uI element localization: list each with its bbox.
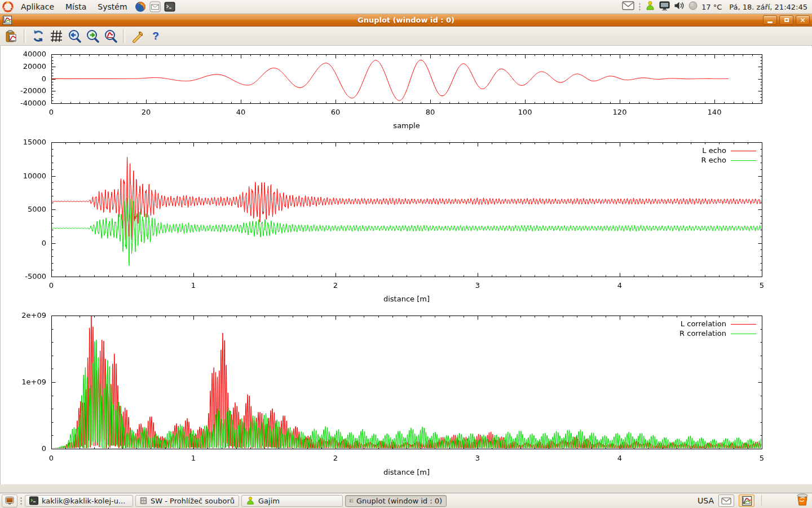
desktop: { "panel_top": { "logo_icon": "ubuntu-lo…	[0, 0, 812, 508]
top-panel: Aplikace Místa Systém	[0, 0, 812, 14]
terminal-launcher-icon[interactable]	[164, 1, 175, 12]
window-title: Gnuplot (window id : 0)	[0, 14, 812, 26]
bottom-taskbar: kaklik@kaklik-kolej-u... SW - Prohlížeč …	[0, 493, 812, 508]
mail-launcher-icon[interactable]	[149, 1, 161, 12]
task-label: Gnuplot (window id : 0)	[356, 497, 442, 505]
close-button[interactable]: ✕	[796, 15, 810, 25]
autoscale-icon	[104, 29, 117, 43]
refresh-icon	[32, 29, 45, 43]
tray-gnuplot-box[interactable]	[739, 494, 754, 507]
mail-tray-icon	[721, 497, 731, 505]
desktop-background	[0, 484, 812, 493]
gnuplot-tray-icon	[742, 496, 752, 506]
taskbar-tray: USA	[698, 493, 812, 508]
autoscale-button[interactable]	[103, 28, 118, 44]
toolbar-separator	[123, 29, 125, 43]
zoom-previous-button[interactable]	[67, 28, 82, 44]
display-icon[interactable]	[659, 1, 670, 13]
maximize-icon	[784, 18, 789, 22]
copy-to-clipboard-button[interactable]	[3, 28, 19, 44]
trash-button[interactable]	[796, 493, 809, 508]
show-desktop-icon	[5, 496, 14, 505]
zoom-next-button[interactable]	[85, 28, 100, 44]
task-terminal[interactable]: kaklik@kaklik-kolej-u...	[25, 495, 133, 507]
zoom-previous-icon	[68, 29, 81, 43]
gnuplot-task-icon	[350, 496, 353, 505]
panel-tray: 17 °C Pá, 18. září, 21:42:45	[622, 1, 812, 13]
tray-mail-icon[interactable]	[622, 1, 634, 12]
configure-button[interactable]	[130, 28, 145, 44]
close-icon: ✕	[800, 17, 805, 24]
task-label: Gajim	[258, 497, 280, 505]
copy-icon	[5, 29, 18, 43]
tray-separator	[761, 495, 762, 506]
volume-icon[interactable]	[674, 1, 685, 12]
file-manager-task-icon	[140, 496, 147, 505]
tray-handle[interactable]	[638, 2, 641, 11]
gnuplot-toolbar: ?	[0, 27, 812, 46]
toolbar-separator	[24, 29, 26, 43]
terminal-task-icon	[29, 496, 38, 505]
menu-system[interactable]: Systém	[92, 0, 133, 14]
chart-correlation[interactable]	[1, 309, 812, 484]
ubuntu-logo-icon[interactable]	[2, 1, 14, 12]
task-file-manager[interactable]: SW - Prohlížeč souborů	[135, 495, 239, 507]
gnuplot-plot-area	[0, 46, 812, 484]
refresh-button[interactable]	[30, 28, 46, 44]
weather-icon[interactable]	[689, 1, 698, 12]
grid-icon	[50, 29, 63, 43]
maximize-button[interactable]	[779, 15, 793, 25]
gajim-task-icon	[246, 496, 255, 505]
gajim-status-icon[interactable]	[645, 1, 655, 13]
firefox-icon[interactable]	[135, 1, 146, 12]
help-button[interactable]: ?	[148, 28, 164, 44]
task-gajim[interactable]: Gajim	[241, 495, 343, 507]
minimize-button[interactable]	[763, 15, 777, 25]
clock-label[interactable]: Pá, 18. září, 21:42:45	[729, 3, 807, 11]
zoom-next-icon	[86, 29, 99, 43]
help-icon: ?	[152, 30, 159, 42]
show-desktop-button[interactable]	[2, 494, 17, 507]
tasklist-handle[interactable]	[19, 497, 23, 505]
task-label: kaklik@kaklik-kolej-u...	[42, 497, 125, 505]
task-gnuplot[interactable]: Gnuplot (window id : 0)	[345, 495, 447, 507]
window-titlebar[interactable]: Gnuplot (window id : 0) ✕	[0, 14, 812, 27]
chart-echo[interactable]	[1, 135, 812, 309]
keyboard-layout-indicator[interactable]: USA	[698, 496, 714, 505]
tray-mail-box[interactable]	[718, 494, 734, 507]
wrench-icon	[131, 29, 144, 43]
temperature-label[interactable]: 17 °C	[701, 3, 722, 11]
trash-icon	[796, 493, 809, 506]
task-label: SW - Prohlížeč souborů	[151, 497, 235, 505]
menu-mista[interactable]: Místa	[60, 0, 92, 14]
grid-toggle-button[interactable]	[48, 28, 64, 44]
minimize-icon	[767, 21, 773, 23]
menu-aplikace[interactable]: Aplikace	[15, 0, 60, 14]
chart-sample-waveform[interactable]	[1, 46, 812, 135]
